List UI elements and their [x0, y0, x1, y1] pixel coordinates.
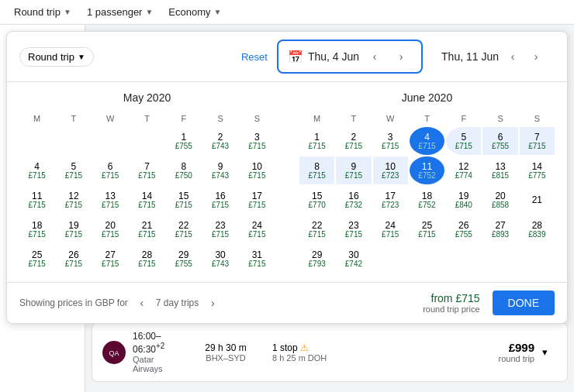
may-2[interactable]: 2£743: [202, 127, 237, 155]
may-14[interactable]: 14£715: [130, 186, 164, 214]
flight-price: £999: [342, 341, 534, 354]
may-25[interactable]: 25£715: [19, 245, 54, 273]
jun-1[interactable]: 1£715: [299, 127, 334, 155]
jun-3[interactable]: 3£715: [373, 127, 408, 155]
may-5[interactable]: 5£715: [56, 156, 91, 184]
may-24[interactable]: 24£715: [240, 215, 275, 243]
jun-20[interactable]: 20£858: [482, 186, 517, 214]
flight-stops-col: 1 stop ⚠ 8 h 25 m DOH: [272, 342, 334, 363]
jun-day-header-f: F: [446, 112, 481, 126]
jun-26[interactable]: 26£755: [446, 215, 481, 243]
may-28[interactable]: 28£715: [130, 245, 164, 273]
day-header-s2: S: [240, 112, 275, 126]
may-31[interactable]: 31£715: [240, 245, 275, 273]
may-13[interactable]: 13£715: [93, 186, 128, 214]
jun-19[interactable]: 19£840: [446, 186, 481, 214]
may-21[interactable]: 21£715: [130, 215, 164, 243]
calendar-end-prev[interactable]: ‹: [503, 47, 522, 66]
june-title: June 2020: [299, 91, 555, 104]
may-3[interactable]: 3£715: [240, 127, 275, 155]
trip-duration-prev[interactable]: ‹: [133, 294, 151, 312]
jun-13[interactable]: 13£815: [482, 156, 517, 184]
from-price-note: round trip price: [423, 304, 479, 314]
jun-8[interactable]: 8£715: [299, 156, 334, 184]
may-19[interactable]: 19£715: [56, 215, 91, 243]
calendar-reset-button[interactable]: Reset: [241, 51, 268, 63]
calendar-footer-actions: from £715 round trip price DONE: [423, 291, 555, 315]
class-label: Economy: [168, 6, 210, 18]
jun-30[interactable]: 30£742: [336, 245, 371, 273]
calendar-trip-type[interactable]: Round trip ▼: [19, 47, 94, 67]
may-20[interactable]: 20£715: [93, 215, 128, 243]
calendar-date-to-box[interactable]: Thu, 11 Jun ‹ ›: [432, 43, 555, 70]
jun-14[interactable]: 14£775: [520, 156, 555, 184]
jun-5[interactable]: 5£715: [446, 127, 481, 155]
may-1[interactable]: 1£755: [166, 127, 201, 155]
flight-duration: 29 h 30 m: [187, 342, 265, 353]
calendar-done-button[interactable]: DONE: [493, 291, 555, 315]
may-10[interactable]: 10£715: [240, 156, 275, 184]
calendar-header: Round trip ▼ Reset 📅 Thu, 4 Jun ‹ › Thu,…: [7, 32, 567, 82]
jun-28[interactable]: 28£839: [520, 215, 555, 243]
warning-icon: ⚠: [300, 342, 309, 353]
jun-29[interactable]: 29£793: [299, 245, 334, 273]
may-16[interactable]: 16£715: [202, 186, 237, 214]
jun-16[interactable]: 16£732: [336, 186, 371, 214]
may-27[interactable]: 27£715: [93, 245, 128, 273]
flight-row-qatar[interactable]: QA 16:00–06:30+2 Qatar Airways 29 h 30 m…: [92, 322, 568, 382]
calendar-icon: 📅: [288, 50, 303, 64]
may-7[interactable]: 7£715: [130, 156, 164, 184]
may-6[interactable]: 6£715: [93, 156, 128, 184]
may-11[interactable]: 11£715: [19, 186, 54, 214]
jun-25[interactable]: 25£715: [410, 215, 444, 243]
jun-12[interactable]: 12£774: [446, 156, 481, 184]
may-9[interactable]: 9£743: [202, 156, 237, 184]
jun-23[interactable]: 23£715: [336, 215, 371, 243]
jun-17[interactable]: 17£723: [373, 186, 408, 214]
class-selector[interactable]: Economy ▼: [164, 5, 226, 19]
calendar-end-next[interactable]: ›: [527, 47, 545, 66]
may-18[interactable]: 18£715: [19, 215, 54, 243]
jun-22[interactable]: 22£715: [299, 215, 334, 243]
jun-15[interactable]: 15£770: [299, 186, 334, 214]
jun-day-header-t1: T: [336, 112, 371, 126]
day-header-w1: W: [93, 112, 128, 126]
trip-type-selector[interactable]: Round trip ▼: [9, 5, 76, 19]
may-30[interactable]: 30£743: [202, 245, 237, 273]
may-22[interactable]: 22£715: [166, 215, 201, 243]
may-26[interactable]: 26£715: [56, 245, 91, 273]
jun-24[interactable]: 24£715: [373, 215, 408, 243]
may-12[interactable]: 12£715: [56, 186, 91, 214]
expand-icon: ▾: [542, 346, 548, 358]
may-15[interactable]: 15£715: [166, 186, 201, 214]
calendar-date-from-box[interactable]: 📅 Thu, 4 Jun ‹ ›: [277, 40, 423, 74]
may-8[interactable]: 8£750: [166, 156, 201, 184]
passengers-selector[interactable]: 1 passenger ▼: [82, 5, 157, 19]
trip-duration-next[interactable]: ›: [203, 294, 222, 312]
jun-27[interactable]: 27£893: [482, 215, 517, 243]
jun-9[interactable]: 9£715: [336, 156, 371, 184]
jun-18[interactable]: 18£752: [410, 186, 444, 214]
jun-7[interactable]: 7£715: [520, 127, 555, 155]
flight-price-col: £999 round trip: [342, 341, 534, 363]
may-29[interactable]: 29£755: [166, 245, 201, 273]
jun-10[interactable]: 10£723: [373, 156, 408, 184]
jun-6[interactable]: 6£755: [482, 127, 517, 155]
jun-day-header-w: W: [373, 112, 408, 126]
expand-button[interactable]: ▾: [542, 346, 558, 358]
showing-prices-text: Showing prices in GBP for: [19, 297, 128, 308]
jun-4[interactable]: 4£715: [410, 127, 444, 155]
may-4[interactable]: 4£715: [19, 156, 54, 184]
calendar-date-from: Thu, 4 Jun: [308, 50, 359, 63]
jun-11[interactable]: 11£752: [410, 156, 444, 184]
jun-21[interactable]: 21: [520, 186, 555, 214]
jun-2[interactable]: 2£715: [336, 127, 371, 155]
calendar-next-button[interactable]: ›: [390, 46, 412, 67]
passengers-chevron: ▼: [145, 8, 153, 16]
may-17[interactable]: 17£715: [240, 186, 275, 214]
calendar-overlay: Round trip ▼ Reset 📅 Thu, 4 Jun ‹ › Thu,…: [6, 31, 568, 324]
jun-day-header-s2: S: [520, 112, 555, 126]
day-header-t1: T: [56, 112, 91, 126]
calendar-prev-button[interactable]: ‹: [364, 46, 386, 67]
may-23[interactable]: 23£715: [202, 215, 237, 243]
